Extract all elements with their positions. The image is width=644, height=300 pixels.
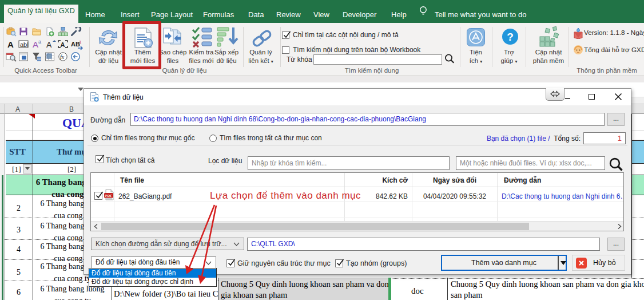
svg-text:A: A: [33, 40, 38, 49]
svg-text:A: A: [7, 40, 14, 49]
svg-text:A: A: [46, 40, 52, 49]
svg-text:abl: abl: [20, 41, 29, 48]
svg-text:1: 1: [79, 40, 82, 45]
svg-text:fx: fx: [60, 54, 65, 60]
svg-text:?: ?: [507, 31, 514, 43]
svg-text:a: a: [38, 39, 41, 45]
svg-text:A: A: [61, 41, 65, 48]
svg-text:PDF: PDF: [105, 194, 112, 198]
